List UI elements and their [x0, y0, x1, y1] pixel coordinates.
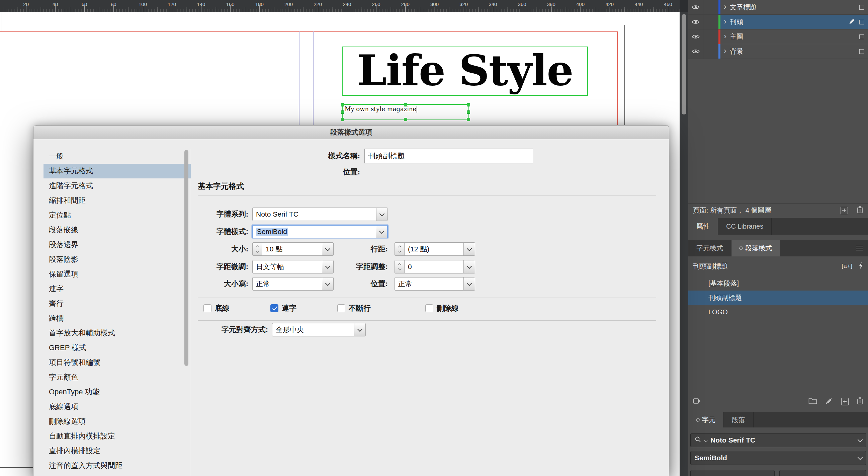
chevron-right-icon[interactable]: ›: [724, 32, 726, 40]
underline-checkbox[interactable]: [204, 304, 212, 312]
panel-menu-icon[interactable]: [856, 246, 863, 250]
scrollbar-thumb[interactable]: [682, 14, 686, 115]
font-size-field-partial[interactable]: [690, 470, 775, 476]
lightning-icon[interactable]: [859, 262, 863, 270]
dialog-section-item[interactable]: 進階字元格式: [43, 178, 191, 193]
frame-handle[interactable]: [341, 118, 344, 121]
chevron-down-icon[interactable]: [463, 277, 475, 290]
dialog-section-item[interactable]: 段落邊界: [43, 237, 191, 252]
tab-properties[interactable]: 屬性: [688, 218, 718, 235]
stepper[interactable]: [395, 243, 405, 256]
case-select[interactable]: 正常: [252, 277, 334, 291]
leading-field-partial[interactable]: [779, 470, 866, 476]
paragraph-style-row[interactable]: 刊頭副標題: [688, 291, 868, 305]
tab-character-styles[interactable]: 字元樣式: [688, 240, 732, 257]
layer-name[interactable]: 文章標題: [730, 3, 756, 12]
font-style-select[interactable]: SemiBold: [252, 225, 388, 238]
chevron-down-icon[interactable]: [376, 208, 388, 220]
dialog-section-item[interactable]: 自動直排內橫排設定: [43, 429, 191, 444]
chevron-down-icon[interactable]: [376, 226, 387, 238]
position-select[interactable]: 正常: [395, 277, 475, 291]
frame-handle[interactable]: [341, 103, 344, 107]
paragraph-style-row[interactable]: [基本段落]: [688, 276, 868, 291]
no-break-checkbox[interactable]: [337, 304, 345, 312]
chevron-right-icon[interactable]: ›: [724, 18, 726, 25]
dialog-section-item[interactable]: 齊行: [43, 296, 191, 311]
stepper[interactable]: [395, 261, 405, 273]
dialog-section-item[interactable]: 直排內橫排設定: [43, 444, 191, 458]
eye-icon[interactable]: [688, 44, 703, 59]
eye-icon[interactable]: [688, 0, 703, 14]
chevron-right-icon[interactable]: ›: [724, 47, 726, 55]
eye-icon[interactable]: [688, 15, 703, 29]
tab-cc-libraries[interactable]: CC Libraries: [718, 218, 772, 235]
dialog-section-item[interactable]: 保留選項: [43, 267, 191, 281]
frame-handle[interactable]: [467, 103, 470, 107]
layer-row[interactable]: ›主圖: [688, 29, 868, 44]
dialog-section-item[interactable]: 段落嵌線: [43, 222, 191, 237]
load-styles-icon[interactable]: [693, 397, 702, 406]
dialog-section-item[interactable]: 字元顏色: [43, 370, 191, 385]
new-style-icon[interactable]: [841, 398, 848, 405]
dialog-section-item[interactable]: 一般: [43, 149, 191, 164]
eye-icon[interactable]: [688, 29, 703, 44]
tracking-select[interactable]: 0: [395, 260, 475, 273]
kerning-select[interactable]: 日文等幅: [252, 260, 334, 273]
delete-layer-icon[interactable]: [857, 206, 863, 215]
font-style-dropdown[interactable]: SemiBold: [690, 451, 866, 465]
style-override-icon[interactable]: [a+]: [842, 263, 852, 269]
tab-paragraph-styles[interactable]: 段落樣式: [732, 240, 780, 257]
canvas-scrollbar[interactable]: [680, 12, 688, 476]
chevron-down-icon[interactable]: [322, 243, 333, 256]
dialog-titlebar[interactable]: 段落樣式選項: [33, 125, 669, 139]
delete-style-icon[interactable]: [857, 397, 863, 406]
frame-handle[interactable]: [341, 111, 344, 114]
font-family-select[interactable]: Noto Serif TC: [252, 208, 388, 221]
dialog-section-item[interactable]: 底線選項: [43, 399, 191, 414]
dialog-section-item[interactable]: 項目符號和編號: [43, 355, 191, 370]
dialog-section-item[interactable]: 定位點: [43, 208, 191, 222]
layer-row[interactable]: ›背景: [688, 44, 868, 59]
chevron-down-icon[interactable]: [463, 243, 475, 256]
layer-name[interactable]: 主圖: [730, 32, 743, 41]
clear-overrides-icon[interactable]: [825, 398, 833, 406]
frame-handle[interactable]: [467, 118, 470, 121]
dialog-section-item[interactable]: 連字: [43, 281, 191, 296]
leading-select[interactable]: (12 點): [395, 242, 475, 256]
chevron-down-icon[interactable]: [354, 323, 365, 336]
dialog-section-item[interactable]: 縮排和間距: [43, 193, 191, 208]
chevron-down-icon[interactable]: [322, 261, 333, 273]
title-text-frame[interactable]: [342, 47, 588, 96]
dialog-section-item[interactable]: 首字放大和輔助樣式: [43, 326, 191, 340]
lock-cell[interactable]: [703, 0, 718, 14]
style-name-input[interactable]: [364, 149, 533, 163]
tab-character[interactable]: 字元: [688, 412, 724, 427]
dialog-section-item[interactable]: OpenType 功能: [43, 385, 191, 399]
list-scrollbar-thumb[interactable]: [184, 150, 188, 366]
chevron-down-icon[interactable]: [463, 261, 475, 273]
tab-paragraph[interactable]: 段落: [724, 412, 753, 427]
dialog-section-item[interactable]: 刪除線選項: [43, 414, 191, 429]
dialog-section-item[interactable]: 基本字元格式: [43, 164, 191, 178]
size-select[interactable]: 10 點: [252, 242, 334, 256]
chevron-down-icon[interactable]: [322, 277, 333, 290]
stepper[interactable]: [253, 243, 262, 256]
frame-handle[interactable]: [404, 118, 407, 121]
layer-name[interactable]: 背景: [730, 47, 743, 56]
font-family-dropdown[interactable]: Noto Serif TC: [690, 433, 866, 447]
dialog-section-item[interactable]: 注音的置入方式與間距: [43, 458, 191, 473]
layer-name[interactable]: 刊頭: [730, 18, 743, 26]
layer-row[interactable]: ›文章標題: [688, 0, 868, 15]
dialog-section-item[interactable]: GREP 樣式: [43, 340, 191, 355]
lock-cell[interactable]: [703, 29, 718, 44]
paragraph-style-row[interactable]: LOGO: [688, 305, 868, 319]
frame-handle[interactable]: [467, 111, 470, 114]
style-group-folder-icon[interactable]: [808, 398, 817, 406]
layer-row[interactable]: ›刊頭: [688, 15, 868, 29]
dialog-section-item[interactable]: 段落陰影: [43, 252, 191, 267]
lock-cell[interactable]: [703, 15, 718, 29]
strikethrough-checkbox[interactable]: [425, 304, 433, 312]
char-align-select[interactable]: 全形中央: [272, 323, 366, 336]
masthead-subtitle-text[interactable]: My own style magazine: [345, 106, 417, 113]
dialog-section-item[interactable]: 跨欄: [43, 311, 191, 326]
